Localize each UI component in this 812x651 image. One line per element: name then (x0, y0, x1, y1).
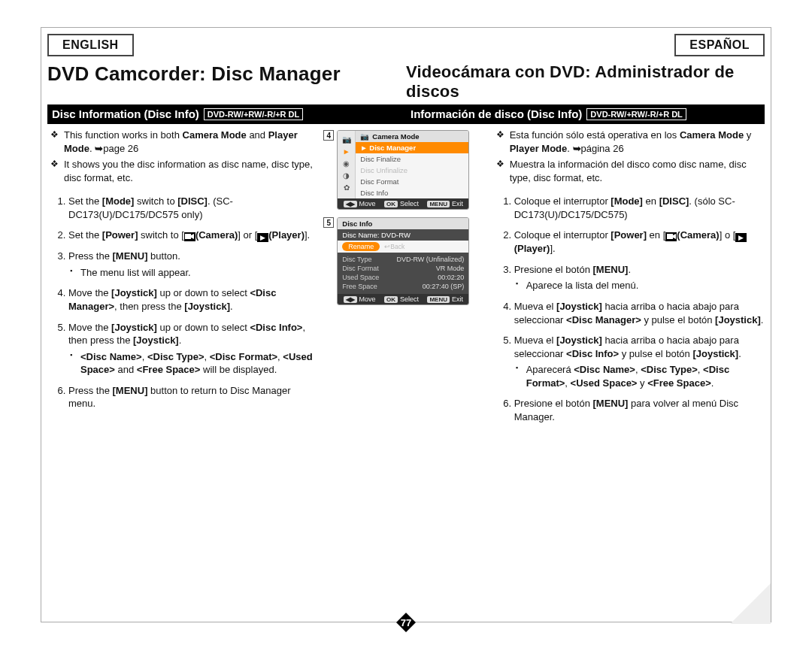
panel-5-wrap: 5 Disc Info Disc Name: DVD-RW Rename ↩Ba… (323, 217, 488, 305)
title-row: DVD Camcorder: Disc Manager Videocámara … (47, 62, 765, 101)
back-label: ↩Back (384, 243, 404, 250)
title-right: Videocámara con DVD: Administrador de di… (406, 62, 765, 101)
es-step-5: Mueva el [Joystick] hacia arriba o hacia… (514, 334, 765, 389)
en-notes: This function works in both Camera Mode … (47, 129, 319, 184)
es-step-4: Mueva el [Joystick] hacia arriba o hacia… (514, 300, 765, 326)
player-icon (257, 233, 268, 242)
mode-camera-icon: 📷 (341, 134, 353, 144)
en-note-2: It shows you the disc information as dis… (47, 158, 319, 184)
language-bar: ENGLISH ESPAÑOL (47, 34, 765, 56)
screenshots-column: 4 📷 ► ◉ ◑ ✿ 📷Camera Mode (323, 129, 488, 431)
section-right-label: Información de disco (Disc Info) (411, 107, 582, 120)
svg-marker-3 (673, 234, 676, 239)
section-left-label: Disc Information (Disc Info) (52, 107, 199, 120)
panel-4-wrap: 4 📷 ► ◉ ◑ ✿ 📷Camera Mode (323, 130, 488, 210)
en-note-1: This function works in both Camera Mode … (47, 129, 319, 155)
es-step-2: Coloque el interruptor [Power] en [(Came… (514, 229, 765, 256)
panel-4-num: 4 (323, 130, 334, 141)
manual-page: ENGLISH ESPAÑOL DVD Camcorder: Disc Mana… (41, 27, 771, 622)
mic-icon: ◑ (341, 170, 353, 180)
panel-4-footer: ◀▶Move OKSelect MENUExit (338, 198, 468, 209)
menu-item: Disc Info (356, 187, 468, 198)
svg-rect-0 (185, 234, 191, 239)
es-step-1: Coloque el interruptor [Mode] en [DISC].… (514, 195, 765, 221)
en-step-5: Move the [Joystick] up or down to select… (68, 321, 319, 377)
en-steps: Set the [Mode] switch to [DISC]. (SC-DC1… (47, 195, 319, 410)
english-column: This function works in both Camera Mode … (47, 129, 323, 431)
gear-icon: ✿ (341, 182, 353, 192)
en-step-3: Press the [MENU] button.The menu list wi… (68, 250, 319, 279)
panel-4-sideicons: 📷 ► ◉ ◑ ✿ (338, 131, 356, 198)
menu-item: Disc Format (356, 176, 468, 187)
svg-rect-2 (667, 234, 673, 239)
panel-5-footer: ◀▶Move OKSelect MENUExit (338, 294, 468, 304)
en-step-4: Move the [Joystick] up or down to select… (68, 286, 319, 313)
menu-item: ► Disc Manager (356, 142, 468, 153)
es-note-1: Esta función sólo está operativa en los … (493, 129, 765, 155)
en-step-2: Set the [Power] switch to [(Camera)] or … (68, 229, 319, 242)
spanish-column: Esta función sólo está operativa en los … (489, 129, 765, 431)
rename-pill: Rename (342, 242, 380, 251)
en-step-1: Set the [Mode] switch to [DISC]. (SC-DC1… (68, 195, 319, 221)
es-step-6: Presione el botón [MENU] para volver al … (514, 397, 765, 423)
page-number: 77 (395, 612, 417, 633)
panel-5: Disc Info Disc Name: DVD-RW Rename ↩Back… (337, 217, 469, 305)
es-steps: Coloque el interruptor [Mode] en [DISC].… (493, 195, 765, 423)
arrow-icon: ► (341, 146, 353, 156)
panel-4: 📷 ► ◉ ◑ ✿ 📷Camera Mode ► Disc Manager Di… (337, 130, 469, 210)
panel-4-menu: 📷Camera Mode ► Disc Manager Disc Finaliz… (356, 131, 468, 198)
en-step-6: Press the [MENU] button to return to Dis… (68, 384, 319, 410)
panel5-header: Disc Info (338, 218, 468, 229)
camera-icon (665, 232, 677, 241)
menu-item: Disc Unfinalize (356, 165, 468, 176)
es-note-2: Muestra la información del disco como di… (493, 158, 765, 184)
panel4-title: 📷Camera Mode (356, 131, 468, 142)
panel5-rename-row: Rename ↩Back (338, 241, 468, 253)
lang-english: ENGLISH (47, 34, 134, 56)
panel-5-num: 5 (323, 217, 334, 228)
menu-item: Disc Finalize (356, 153, 468, 165)
es-notes: Esta función sólo está operativa en los … (493, 129, 765, 184)
disc-icon: ◉ (341, 158, 353, 168)
disc-type-badge: DVD-RW/+RW/-R/+R DL (586, 108, 686, 120)
lang-spanish: ESPAÑOL (674, 34, 765, 56)
svg-marker-1 (191, 234, 194, 239)
disc-type-badge: DVD-RW/+RW/-R/+R DL (204, 108, 303, 120)
title-left: DVD Camcorder: Disc Manager (47, 62, 406, 86)
camera-icon (184, 232, 195, 241)
player-icon (735, 233, 747, 242)
section-bar: Disc Information (Disc Info) DVD-RW/+RW/… (47, 104, 765, 124)
panel5-discname: Disc Name: DVD-RW (338, 229, 468, 241)
es-step-3: Presione el botón [MENU].Aparece la list… (514, 263, 765, 292)
panel5-table: Disc TypeDVD-RW (Unfinalized) Disc Forma… (338, 253, 468, 294)
